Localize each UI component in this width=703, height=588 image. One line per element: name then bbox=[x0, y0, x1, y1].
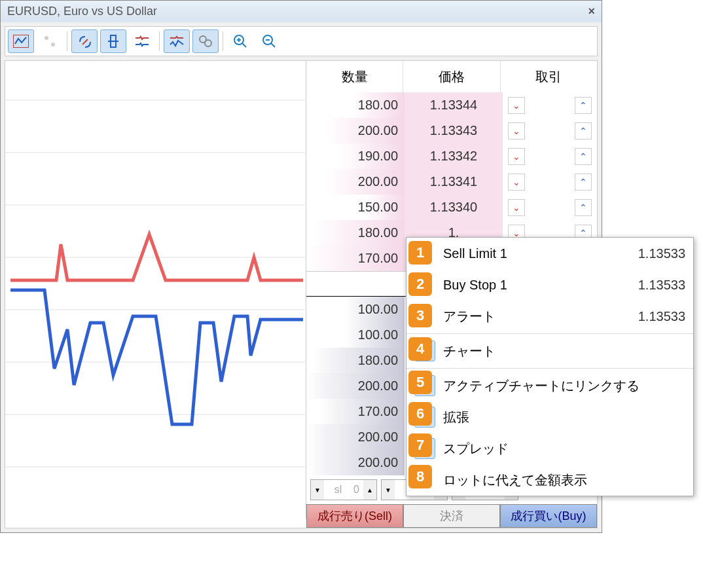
ask-row[interactable]: 190.00 1.13342 ⌄ ⌃ bbox=[306, 143, 597, 169]
toolbar-btn-7[interactable] bbox=[192, 29, 219, 53]
close-icon[interactable]: × bbox=[588, 5, 595, 18]
buy-chevron[interactable]: ⌃ bbox=[575, 148, 592, 165]
annotation-badge-4: 4 bbox=[408, 337, 432, 361]
sell-chevron[interactable]: ⌄ bbox=[508, 148, 525, 165]
volume-cell: 200.00 bbox=[326, 118, 405, 143]
ask-row[interactable]: 180.00 1.13344 ⌄ ⌃ bbox=[306, 92, 597, 118]
menu-label: Sell Limit 1 bbox=[443, 246, 630, 261]
extend-icon bbox=[107, 34, 120, 48]
sell-chevron[interactable]: ⌄ bbox=[508, 174, 525, 191]
buy-chevron[interactable]: ⌃ bbox=[575, 199, 592, 216]
menu-item-sell-limit[interactable]: Sell Limit 1 1.13533 bbox=[406, 238, 693, 269]
sl-down[interactable]: ▼ bbox=[311, 480, 324, 500]
trade-cell: ⌄ ⌃ bbox=[503, 174, 597, 191]
menu-label: ロットに代えて金額表示 bbox=[443, 471, 685, 489]
menu-label: Buy Stop 1 bbox=[443, 278, 630, 293]
zoom-in-btn[interactable] bbox=[227, 29, 253, 53]
link-icon bbox=[77, 34, 92, 48]
link-chart-btn[interactable] bbox=[71, 29, 98, 53]
volume-cell: 170.00 bbox=[319, 399, 405, 424]
price-cell: 1.13343 bbox=[405, 118, 503, 143]
annotation-badge-8: 8 bbox=[408, 465, 432, 488]
sell-chevron[interactable]: ⌄ bbox=[508, 122, 525, 139]
window-title: EURUSD, Euro vs US Dollar bbox=[7, 5, 157, 18]
volume-cell: 190.00 bbox=[339, 143, 405, 169]
annotation-badge-6: 6 bbox=[408, 402, 432, 426]
zoom-out-icon bbox=[261, 33, 277, 49]
trade-cell: ⌄ ⌃ bbox=[503, 97, 597, 114]
sl-spinner[interactable]: ▼ ▲ bbox=[310, 479, 377, 500]
header-volume: 数量 bbox=[306, 61, 403, 92]
annotation-badge-7: 7 bbox=[408, 433, 432, 457]
menu-item-none[interactable]: ロットに代えて金額表示 bbox=[406, 464, 693, 496]
svg-point-6 bbox=[205, 40, 211, 46]
close-position-button[interactable]: 決済 bbox=[403, 504, 500, 528]
spread-btn[interactable] bbox=[129, 29, 155, 53]
ask-row[interactable]: 200.00 1.13343 ⌄ ⌃ bbox=[306, 118, 597, 143]
annotation-badge-1: 1 bbox=[408, 241, 432, 265]
menu-label: アクティブチャートにリンクする bbox=[443, 377, 685, 395]
volume-cell: 200.00 bbox=[326, 169, 405, 194]
menu-item-link[interactable]: アクティブチャートにリンクする bbox=[406, 370, 693, 401]
separator bbox=[159, 31, 160, 51]
trade-cell: ⌄ ⌃ bbox=[503, 122, 597, 139]
circles-icon bbox=[198, 35, 213, 48]
toolbar-btn-6[interactable] bbox=[164, 29, 190, 53]
price-cell: 1.13344 bbox=[405, 92, 503, 118]
svg-point-1 bbox=[45, 36, 48, 40]
header-trade: 取引 bbox=[501, 61, 597, 92]
sell-chevron[interactable]: ⌄ bbox=[508, 97, 525, 114]
menu-item-extend[interactable]: 拡張 bbox=[406, 401, 693, 433]
volume-cell: 200.00 bbox=[306, 373, 405, 399]
volume-cell: 170.00 bbox=[306, 246, 405, 271]
volume-cell: 100.00 bbox=[346, 322, 405, 348]
zoom-in-icon bbox=[232, 33, 248, 49]
separator bbox=[67, 31, 67, 51]
toolbar-btn-2[interactable] bbox=[37, 29, 63, 53]
titlebar: EURUSD, Euro vs US Dollar × bbox=[1, 1, 602, 22]
trade-cell: ⌄ ⌃ bbox=[503, 199, 597, 216]
lot-down[interactable]: ▼ bbox=[382, 480, 395, 500]
sl-input[interactable] bbox=[324, 480, 363, 500]
sell-chevron[interactable]: ⌄ bbox=[508, 199, 525, 216]
volume-cell: 150.00 bbox=[365, 194, 405, 220]
chart-icon bbox=[13, 35, 29, 48]
separator bbox=[223, 31, 223, 51]
buy-chevron[interactable]: ⌃ bbox=[575, 122, 592, 139]
header-price: 価格 bbox=[403, 61, 500, 92]
buy-chevron[interactable]: ⌃ bbox=[575, 174, 592, 191]
ask-row[interactable]: 150.00 1.13340 ⌄ ⌃ bbox=[306, 194, 597, 220]
buy-button[interactable]: 成行買い(Buy) bbox=[500, 504, 597, 528]
menu-value: 1.13533 bbox=[638, 278, 685, 293]
menu-item-alert[interactable]: アラート 1.13533 bbox=[406, 301, 693, 332]
chart-mode-btn[interactable] bbox=[8, 29, 34, 53]
price-cell: 1.13342 bbox=[405, 143, 503, 169]
svg-line-8 bbox=[242, 43, 246, 47]
volume-cell: 200.00 bbox=[306, 424, 405, 450]
svg-line-12 bbox=[271, 43, 275, 47]
menu-label: スプレッド bbox=[443, 440, 685, 458]
trade-cell: ⌄ ⌃ bbox=[503, 148, 597, 165]
sell-button[interactable]: 成行売り(Sell) bbox=[306, 504, 403, 528]
ask-row[interactable]: 200.00 1.13341 ⌄ ⌃ bbox=[306, 169, 597, 194]
toolbar bbox=[5, 26, 598, 56]
table-header: 数量 価格 取引 bbox=[306, 61, 597, 92]
sl-up[interactable]: ▲ bbox=[363, 480, 376, 500]
zoom-out-btn[interactable] bbox=[256, 29, 282, 53]
context-menu: Sell Limit 1 1.13533 Buy Stop 1 1.13533 … bbox=[406, 237, 694, 496]
volume-cell: 100.00 bbox=[346, 297, 405, 322]
menu-item-spread[interactable]: スプレッド bbox=[406, 433, 693, 464]
volume-cell: 200.00 bbox=[306, 450, 405, 475]
volume-cell: 180.00 bbox=[313, 348, 405, 373]
volume-cell: 180.00 bbox=[313, 220, 405, 246]
price-cell: 1.13340 bbox=[405, 194, 503, 220]
menu-item-chart[interactable]: チャート bbox=[406, 335, 693, 367]
chart-area[interactable] bbox=[5, 61, 306, 519]
buy-chevron[interactable]: ⌃ bbox=[575, 97, 592, 114]
price-cell: 1.13341 bbox=[405, 169, 503, 194]
price-chart bbox=[5, 61, 306, 519]
menu-value: 1.13533 bbox=[638, 246, 685, 261]
action-buttons: 成行売り(Sell) 決済 成行買い(Buy) bbox=[306, 504, 597, 528]
extend-btn[interactable] bbox=[100, 29, 126, 53]
menu-item-buy-stop[interactable]: Buy Stop 1 1.13533 bbox=[406, 269, 693, 301]
